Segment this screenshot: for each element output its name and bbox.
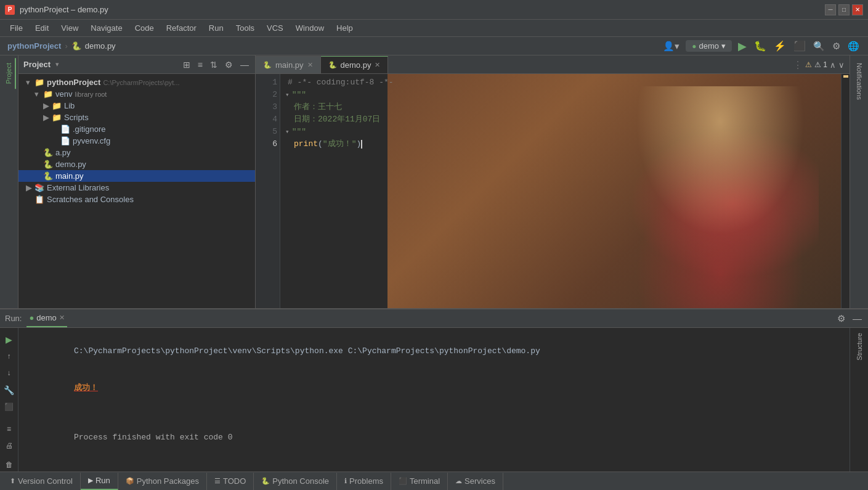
btab-terminal[interactable]: ⬛ Terminal [391, 473, 448, 490]
menu-edit[interactable]: Edit [30, 22, 54, 34]
close-button[interactable]: ✕ [852, 4, 863, 15]
project-title[interactable]: Project [23, 60, 51, 69]
menu-help[interactable]: Help [331, 22, 358, 34]
tree-item-venv[interactable]: ▾ 📁 venv library root [18, 88, 255, 100]
run-rerun-button[interactable]: ↑ [2, 349, 16, 362]
tree-item-scripts[interactable]: ▶ 📁 Scripts [18, 112, 255, 123]
code-string-3: 作者：王十七 [294, 101, 342, 113]
menu-vcs[interactable]: VCS [262, 22, 288, 34]
project-toolbar-settings[interactable]: ⚙ [224, 59, 234, 71]
tree-item-scratches[interactable]: ▶ 📋 Scratches and Consoles [18, 194, 255, 205]
code-line-1: # -*- coding:utf-8 -*- [285, 76, 836, 89]
tab-bar: 🐍 main.py ✕ 🐍 demo.py ✕ ⋮ ⚠ ⚠ 1 ∧ ∨ [256, 55, 850, 74]
run-stop-square[interactable]: ⬛ [2, 401, 16, 414]
maximize-button[interactable]: □ [838, 4, 850, 15]
run-tab-close[interactable]: ✕ [59, 314, 65, 322]
minimize-button[interactable]: ─ [825, 4, 836, 15]
menu-navigate[interactable]: Navigate [86, 22, 127, 34]
tree-root-label: pythonProject [47, 78, 100, 87]
folder-lib-icon: 📁 [52, 101, 62, 110]
btab-pp-icon: 📦 [126, 477, 134, 485]
run-softrap-button[interactable]: ≡ [2, 422, 16, 435]
project-toolbar-hide[interactable]: — [239, 59, 250, 71]
project-toolbar-layout[interactable]: ⊞ [182, 59, 192, 71]
btab-svc-label: Services [464, 476, 495, 486]
menu-run[interactable]: Run [204, 22, 229, 34]
theme-icon[interactable]: 🌐 [846, 39, 861, 53]
btab-todo[interactable]: ☰ TODO [207, 473, 254, 490]
bottom-settings-icon[interactable]: ⚙ [836, 312, 846, 325]
python-demo-icon: 🐍 [43, 160, 53, 169]
btab-run[interactable]: ▶ Run [81, 473, 118, 490]
menu-view[interactable]: View [56, 22, 83, 34]
tree-item-pyvenv[interactable]: ▶ 📄 pyvenv.cfg [18, 135, 255, 147]
btab-pc-label: Python Console [272, 476, 329, 486]
warning-icon: ⚠ [805, 60, 812, 69]
tree-item-extlibs[interactable]: ▶ 📚 External Libraries [18, 182, 255, 194]
btab-python-console[interactable]: 🐍 Python Console [254, 473, 337, 490]
breadcrumb-right: 👤▾ ● demo ▾ ▶ 🐛 ⚡ ⬛ 🔍 ⚙ 🌐 [662, 38, 861, 54]
tree-item-lib[interactable]: ▶ 📁 Lib [18, 100, 255, 112]
debug-icon[interactable]: 🐛 [753, 39, 768, 53]
tree-item-mainpy[interactable]: ▶ 🐍 main.py [18, 170, 255, 182]
btab-term-icon: ⬛ [399, 477, 407, 485]
tab-demopy[interactable]: 🐍 demo.py ✕ [321, 56, 389, 73]
run-stop-button[interactable]: ↓ [2, 367, 16, 380]
editor-content[interactable]: 1 2 3 4 5 6 # -*- coding:utf-8 -*- ▾ """ [256, 74, 850, 308]
project-dropdown-icon[interactable]: ▾ [55, 60, 59, 68]
menu-code[interactable]: Code [130, 22, 159, 34]
btab-version-control[interactable]: ⬆ Version Control [2, 473, 81, 490]
fold-5[interactable]: ▾ [285, 126, 290, 138]
warning-count: ⚠ 1 [814, 60, 827, 69]
tab-demopy-close[interactable]: ✕ [375, 61, 380, 69]
warning-indicator[interactable]: ⚠ ⚠ 1 [805, 60, 827, 69]
btab-todo-label: TODO [223, 476, 246, 486]
stop-icon[interactable]: ⬛ [792, 39, 807, 53]
expand-icon[interactable]: ∧ [830, 60, 836, 70]
tree-item-apy[interactable]: ▶ 🐍 a.py [18, 147, 255, 158]
run-tab-active[interactable]: ● demo ✕ [26, 310, 67, 327]
run-config[interactable]: ● demo ▾ [686, 40, 732, 52]
run-wrench-button[interactable]: 🔧 [2, 383, 16, 396]
folder-scripts-icon: 📁 [52, 113, 62, 122]
notifications-tab[interactable]: Notifications [853, 58, 866, 105]
search-icon[interactable]: 🔍 [812, 39, 826, 53]
btab-python-packages[interactable]: 📦 Python Packages [118, 473, 207, 490]
line-num-5: 5 [256, 126, 277, 138]
tree-item-demopy[interactable]: ▶ 🐍 demo.py [18, 158, 255, 170]
breadcrumb-project[interactable]: pythonProject [7, 41, 61, 51]
project-toolbar-collapse[interactable]: ≡ [197, 59, 204, 71]
btab-problems[interactable]: ℹ Problems [337, 473, 391, 490]
tab-overflow-icon[interactable]: ⋮ [793, 59, 803, 71]
tree-item-root[interactable]: ▾ 📁 pythonProject C:\PycharmProjects\pyt… [18, 76, 255, 88]
settings-icon[interactable]: ⚙ [831, 39, 842, 53]
coverage-icon[interactable]: ⚡ [773, 39, 787, 53]
play-icon[interactable]: ▶ [737, 38, 748, 54]
menu-tools[interactable]: Tools [231, 22, 259, 34]
project-toolbar-expand[interactable]: ⇅ [209, 59, 219, 71]
tab-mainpy[interactable]: 🐍 main.py ✕ [256, 56, 321, 73]
editor-code[interactable]: # -*- coding:utf-8 -*- ▾ """ 作者：王十七 日期：2… [280, 74, 841, 308]
run-play-button[interactable]: ▶ [2, 333, 16, 346]
extlibs-icon: 📚 [34, 183, 44, 192]
python-main-icon: 🐍 [43, 171, 53, 181]
bottom-hide-icon[interactable]: — [851, 312, 863, 325]
tree-item-gitignore[interactable]: ▶ 📄 .gitignore [18, 123, 255, 135]
bottom-run-label: Run: ● demo ✕ [5, 310, 67, 327]
sidebar-tab-project[interactable]: Project [2, 58, 16, 89]
collapse-icon[interactable]: ∨ [838, 60, 845, 70]
breadcrumb-file[interactable]: demo.py [85, 41, 116, 51]
run-trash-button[interactable]: 🗑 [2, 459, 16, 472]
fold-2[interactable]: ▾ [285, 89, 290, 101]
tab-mainpy-close[interactable]: ✕ [307, 61, 313, 69]
menu-file[interactable]: File [5, 22, 28, 34]
btab-vc-label: Version Control [18, 476, 73, 486]
run-print-button[interactable]: 🖨 [2, 439, 16, 452]
menu-refactor[interactable]: Refactor [161, 22, 201, 34]
bottom-toolbar: Run: ● demo ✕ ⚙ — [0, 309, 868, 328]
tab-bar-right: ⋮ ⚠ ⚠ 1 ∧ ∨ [788, 55, 850, 74]
structure-tab[interactable]: Structure [853, 330, 866, 363]
btab-services[interactable]: ☁ Services [448, 473, 503, 490]
menu-window[interactable]: Window [291, 22, 329, 34]
profile-icon[interactable]: 👤▾ [662, 39, 681, 53]
